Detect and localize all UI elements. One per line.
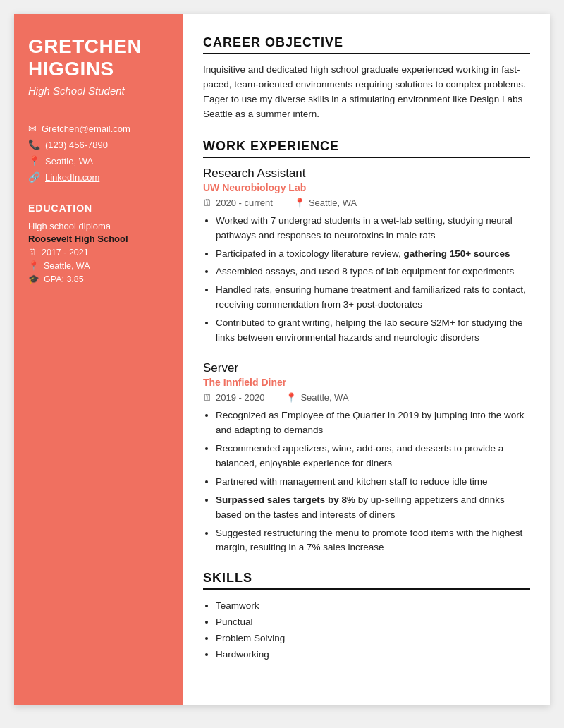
name-line1: GRETCHEN [28,35,142,57]
contact-location: 📍 Seattle, WA [28,155,169,166]
job-bullets-2: Recognized as Employee of the Quarter in… [203,408,530,555]
job-title-1: Research Assistant [203,166,530,181]
calendar-icon-2: 🗓 [203,392,212,403]
job-server: Server The Innfield Diner 🗓 2019 - 2020 … [203,361,530,555]
bullet-2-2: Recommended appetizers, wine, add-ons, a… [216,442,530,471]
bullet-2-1: Recognized as Employee of the Quarter in… [216,408,530,438]
location-icon-2: 📍 [286,392,297,403]
education-years: 🗓 2017 - 2021 [28,248,169,257]
calendar-icon: 🗓 [28,248,37,257]
skill-3: Problem Solving [216,631,530,647]
gpa-value: GPA: 3.85 [44,274,84,284]
skill-1: Teamwork [216,598,530,614]
career-objective-section: CAREER OBJECTIVE Inquisitive and dedicat… [203,35,530,122]
gpa-icon: 🎓 [28,274,39,284]
skills-section: SKILLS Teamwork Punctual Problem Solving… [203,571,530,663]
calendar-icon-1: 🗓 [203,198,212,208]
job-research-assistant: Research Assistant UW Neurobiology Lab 🗓… [203,166,530,346]
job-location-2: 📍 Seattle, WA [286,392,348,403]
contact-email: ✉ Gretchen@email.com [28,123,169,134]
email-icon: ✉ [28,123,37,134]
sidebar: GRETCHEN HIGGINS High School Student ✉ G… [14,14,183,705]
skill-4: Hardworking [216,647,530,663]
phone-value: (123) 456-7890 [45,140,108,150]
edu-location-icon: 📍 [28,260,39,271]
phone-icon: 📞 [28,139,40,150]
job-bullets-1: Worked with 7 undergrad students in a we… [203,214,530,346]
bullet-1-2: Participated in a toxicology literature … [216,247,530,262]
education-location-value: Seattle, WA [44,261,90,271]
main-content: CAREER OBJECTIVE Inquisitive and dedicat… [183,14,550,705]
name-line2: HIGGINS [28,58,114,80]
contact-phone: 📞 (123) 456-7890 [28,139,169,150]
job-location-value-1: Seattle, WA [309,198,357,208]
location-icon-1: 📍 [294,198,305,208]
candidate-title: High School Student [28,85,169,97]
contact-linkedin[interactable]: 🔗 LinkedIn.com [28,171,169,183]
job-location-1: 📍 Seattle, WA [294,198,357,208]
skills-title: SKILLS [203,571,530,590]
education-section-title: EDUCATION [28,202,169,214]
bullet-1-4: Handled rats, ensuring humane treatment … [216,283,530,313]
job-years-1: 🗓 2020 - current [203,198,273,208]
bullet-2-3: Partnered with management and kitchen st… [216,475,530,490]
job-company-1: UW Neurobiology Lab [203,182,530,193]
education-school: Roosevelt High School [28,233,169,244]
work-experience-section: WORK EXPERIENCE Research Assistant UW Ne… [203,139,530,556]
candidate-name: GRETCHEN HIGGINS [28,35,169,80]
bullet-2-5: Suggested restructuring the menu to prom… [216,526,530,556]
linkedin-link[interactable]: LinkedIn.com [45,172,99,183]
bullet-1-1: Worked with 7 undergrad students in a we… [216,214,530,243]
job-location-value-2: Seattle, WA [300,392,348,403]
job-years-value-1: 2020 - current [216,198,273,208]
resume-container: GRETCHEN HIGGINS High School Student ✉ G… [14,14,550,705]
bullet-2-4: Surpassed sales targets by 8% by up-sell… [216,493,530,523]
job-meta-2: 🗓 2019 - 2020 📍 Seattle, WA [203,392,530,403]
education-gpa: 🎓 GPA: 3.85 [28,274,169,284]
skill-2: Punctual [216,614,530,631]
job-company-2: The Innfield Diner [203,377,530,388]
education-degree: High school diploma [28,221,169,231]
bullet-1-5: Contributed to grant writing, helping th… [216,316,530,346]
skills-list: Teamwork Punctual Problem Solving Hardwo… [203,598,530,663]
email-value: Gretchen@email.com [42,123,130,134]
career-objective-title: CAREER OBJECTIVE [203,35,530,54]
sidebar-divider [28,111,169,111]
bullet-1-3: Assembled assays, and used 8 types of la… [216,265,530,279]
education-location: 📍 Seattle, WA [28,260,169,271]
location-icon: 📍 [28,155,40,166]
job-years-value-2: 2019 - 2020 [216,392,264,403]
education-years-value: 2017 - 2021 [42,248,89,257]
location-value: Seattle, WA [45,156,93,166]
work-experience-title: WORK EXPERIENCE [203,139,530,158]
career-objective-text: Inquisitive and dedicated high school gr… [203,63,530,122]
linkedin-icon: 🔗 [28,171,40,183]
job-years-2: 🗓 2019 - 2020 [203,392,264,403]
job-meta-1: 🗓 2020 - current 📍 Seattle, WA [203,198,530,208]
job-title-2: Server [203,361,530,375]
